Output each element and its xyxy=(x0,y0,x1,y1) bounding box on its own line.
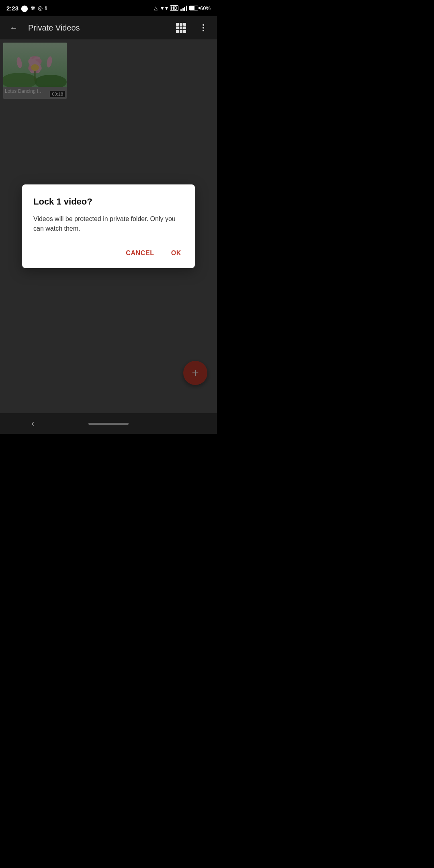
fan-icon: ✾ xyxy=(31,5,35,11)
more-icon xyxy=(203,24,204,31)
lock-dialog: Lock 1 video? Videos will be protected i… xyxy=(22,184,195,268)
status-right: △ ▼▾ HD 60% xyxy=(154,5,211,11)
back-nav-button[interactable]: ‹ xyxy=(23,416,43,432)
grid-icon xyxy=(176,23,186,33)
ok-button[interactable]: OK xyxy=(169,246,184,260)
signal-icon: ℹ xyxy=(45,5,47,11)
bottom-bar: ‹ xyxy=(0,413,217,434)
app-bar: ← Private Videos xyxy=(0,16,217,39)
dialog-message: Videos will be protected in private fold… xyxy=(33,214,184,233)
cancel-button[interactable]: CANCEL xyxy=(123,246,157,260)
more-options-button[interactable] xyxy=(195,20,211,36)
status-bar: 2:23 ⬤ ✾ ◎ ℹ △ ▼▾ HD 60% xyxy=(0,0,217,16)
wifi-icon: ▼▾ xyxy=(160,5,168,11)
charging-icon: △ xyxy=(154,5,158,11)
battery-percentage: 60% xyxy=(200,5,211,11)
main-content: 00:18 Lotus Dancing i… Lock 1 video? Vid… xyxy=(0,39,217,413)
back-nav-icon: ‹ xyxy=(31,418,34,429)
dialog-actions: CANCEL OK xyxy=(33,246,184,260)
status-time: 2:23 xyxy=(6,5,18,12)
battery-fill xyxy=(190,6,194,10)
back-button[interactable]: ← xyxy=(6,20,22,36)
target-icon: ◎ xyxy=(38,5,43,11)
hd-badge: HD xyxy=(170,5,179,11)
signal-bars xyxy=(180,5,187,11)
back-icon: ← xyxy=(10,23,18,33)
circle-icon: ⬤ xyxy=(21,4,28,12)
battery-icon xyxy=(189,6,198,10)
home-indicator[interactable] xyxy=(88,423,129,425)
page-title: Private Videos xyxy=(28,23,166,33)
status-left: 2:23 ⬤ ✾ ◎ ℹ xyxy=(6,4,47,12)
dialog-title: Lock 1 video? xyxy=(33,197,184,207)
grid-view-button[interactable] xyxy=(173,20,189,36)
